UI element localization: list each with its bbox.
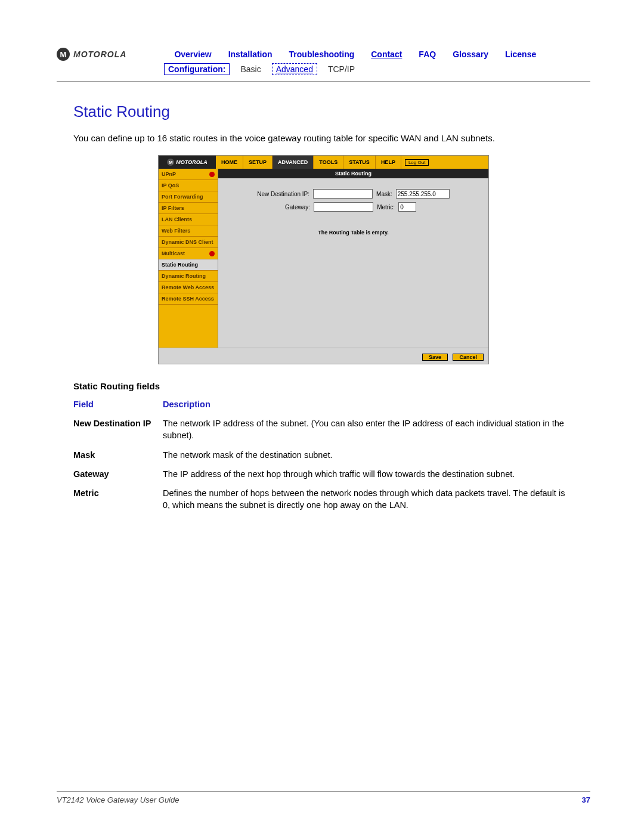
field-name: New Destination IP	[73, 414, 163, 445]
footer-title: VT2142 Voice Gateway User Guide	[57, 795, 179, 804]
logout-button[interactable]: Log Out	[405, 159, 429, 166]
page-number: 37	[582, 795, 590, 804]
page-footer: VT2142 Voice Gateway User Guide 37	[57, 791, 590, 804]
sidebar-item-dynamic-routing[interactable]: Dynamic Routing	[159, 271, 218, 282]
sidebar-item-web-filters[interactable]: Web Filters	[159, 225, 218, 237]
nav-glossary[interactable]: Glossary	[453, 49, 488, 59]
tab-tools[interactable]: TOOLS	[314, 156, 343, 169]
label-dest-ip: New Destination IP:	[257, 191, 309, 197]
save-button[interactable]: Save	[422, 354, 448, 361]
motorola-logo: M MOTOROLA	[57, 48, 126, 61]
nav-license[interactable]: License	[505, 49, 536, 59]
shot-brand: MOTOROLA	[176, 159, 207, 165]
page-heading: Static Routing	[73, 103, 590, 121]
shot-main: Static Routing New Destination IP: Mask:…	[218, 169, 488, 348]
cancel-button[interactable]: Cancel	[453, 354, 484, 361]
nav-contact[interactable]: Contact	[371, 49, 402, 59]
label-metric: Metric:	[377, 204, 395, 210]
input-gateway[interactable]	[314, 202, 373, 212]
field-description: The network mask of the destination subn…	[163, 445, 574, 465]
field-description: Defines the number of hops between the n…	[163, 484, 574, 515]
form-area: New Destination IP: Mask: Gateway: Metri…	[218, 178, 488, 241]
sidebar-item-remote-ssh-access[interactable]: Remote SSH Access	[159, 293, 218, 305]
tab-status[interactable]: STATUS	[343, 156, 376, 169]
sub-nav: Configuration: Basic Advanced TCP/IP	[164, 63, 590, 75]
input-mask[interactable]	[396, 189, 450, 199]
nav-overview[interactable]: Overview	[174, 49, 211, 59]
field-name: Gateway	[73, 465, 163, 484]
router-screenshot: M MOTOROLA HOMESETUPADVANCEDTOOLSSTATUSH…	[158, 155, 489, 364]
subnav-basic[interactable]: Basic	[240, 64, 261, 74]
subnav-tcpip[interactable]: TCP/IP	[328, 64, 355, 74]
tab-setup[interactable]: SETUP	[243, 156, 273, 169]
table-row: GatewayThe IP address of the next hop th…	[73, 465, 574, 484]
nav-troubleshooting[interactable]: Troubleshooting	[289, 49, 355, 59]
section-band: Static Routing	[218, 169, 488, 178]
table-row: MetricDefines the number of hops between…	[73, 484, 574, 515]
col-description: Description	[163, 400, 574, 414]
sidebar-item-lan-clients[interactable]: LAN Clients	[159, 214, 218, 225]
subnav-advanced[interactable]: Advanced	[272, 63, 317, 75]
status-dot-icon	[209, 251, 215, 256]
sidebar-item-port-forwarding[interactable]: Port Forwarding	[159, 191, 218, 203]
top-nav: Overview Installation Troubleshooting Co…	[174, 49, 553, 59]
sidebar-item-ip-qos[interactable]: IP QoS	[159, 180, 218, 191]
field-name: Metric	[73, 484, 163, 515]
sidebar-item-ip-filters[interactable]: IP Filters	[159, 203, 218, 214]
table-row: New Destination IPThe network IP address…	[73, 414, 574, 445]
col-field: Field	[73, 400, 163, 414]
tab-advanced[interactable]: ADVANCED	[273, 156, 314, 169]
input-dest-ip[interactable]	[313, 189, 373, 199]
empty-message: The Routing Table is empty.	[224, 230, 482, 236]
sidebar-item-static-routing[interactable]: Static Routing	[159, 259, 218, 271]
fields-subhead: Static Routing fields	[73, 381, 590, 391]
subnav-configuration[interactable]: Configuration:	[164, 63, 230, 75]
shot-topbar: M MOTOROLA HOMESETUPADVANCEDTOOLSSTATUSH…	[159, 156, 488, 169]
motorola-icon: M	[167, 159, 174, 166]
label-gateway: Gateway:	[285, 204, 310, 210]
label-mask: Mask:	[376, 191, 392, 197]
tab-help[interactable]: HELP	[376, 156, 401, 169]
tab-home[interactable]: HOME	[216, 156, 243, 169]
nav-installation[interactable]: Installation	[228, 49, 273, 59]
intro-text: You can define up to 16 static routes in…	[73, 132, 590, 144]
shot-sidebar: UPnPIP QoSPort ForwardingIP FiltersLAN C…	[159, 169, 218, 348]
input-metric[interactable]	[398, 202, 416, 212]
status-dot-icon	[209, 172, 215, 177]
field-description: The IP address of the next hop through w…	[163, 465, 574, 484]
sidebar-item-remote-web-access[interactable]: Remote Web Access	[159, 282, 218, 293]
field-description: The network IP address of the subnet. (Y…	[163, 414, 574, 445]
sidebar-item-upnp[interactable]: UPnP	[159, 169, 218, 180]
sidebar-item-dynamic-dns-client[interactable]: Dynamic DNS Client	[159, 237, 218, 248]
table-row: MaskThe network mask of the destination …	[73, 445, 574, 465]
brand-text: MOTOROLA	[73, 49, 126, 59]
field-name: Mask	[73, 445, 163, 465]
sidebar-item-multicast[interactable]: Multicast	[159, 248, 218, 259]
shot-footer: Save Cancel	[159, 348, 488, 364]
fields-table: Field Description New Destination IPThe …	[73, 400, 574, 515]
header-rule	[57, 81, 590, 82]
doc-header: M MOTOROLA Overview Installation Trouble…	[57, 48, 590, 61]
motorola-icon: M	[57, 48, 70, 61]
nav-faq[interactable]: FAQ	[419, 49, 436, 59]
shot-logo: M MOTOROLA	[159, 156, 216, 169]
